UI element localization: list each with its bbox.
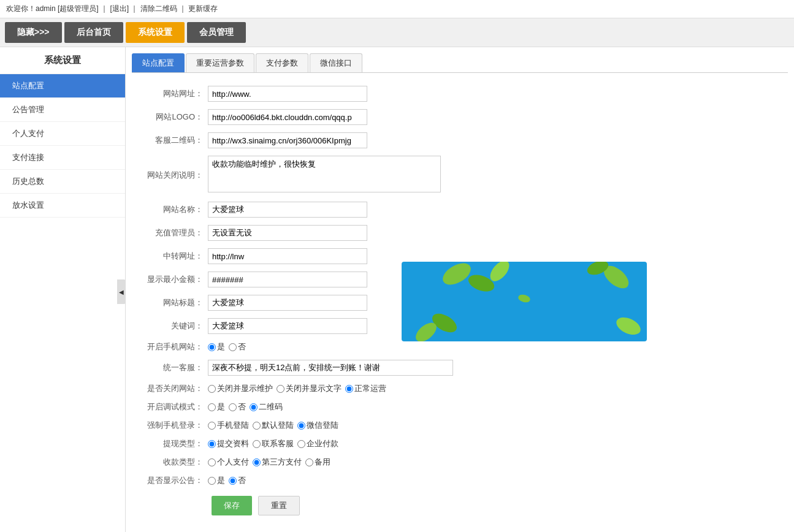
force-default-label[interactable]: 默认登陆 <box>253 420 294 431</box>
sidebar-item-announcement[interactable]: 公告管理 <box>0 98 125 122</box>
tabs: 站点配置 重要运营参数 支付参数 微信接口 <box>132 53 788 73</box>
redirect-url-input[interactable] <box>208 248 367 264</box>
main-content: 站点配置 重要运营参数 支付参数 微信接口 网站网址： 网站LOGO： 客服二维… <box>126 47 794 532</box>
force-login-label: 强制手机登录： <box>132 416 205 435</box>
welcome-text: 欢迎你！admin <box>6 4 56 13</box>
payment-personal-label[interactable]: 个人支付 <box>208 457 249 468</box>
sidebar: 系统设置 站点配置 公告管理 个人支付 支付连接 历史总数 放水设置 ◀ <box>0 47 126 532</box>
min-amount-input[interactable] <box>208 272 367 287</box>
payment-type-radios: 个人支付 第三方支付 备用 <box>208 457 785 468</box>
website-name-input[interactable] <box>208 202 367 218</box>
system-button[interactable]: 系统设置 <box>126 22 185 43</box>
mobile-site-yes-label[interactable]: 是 <box>208 341 225 352</box>
debug-yes-radio[interactable] <box>208 403 216 411</box>
debug-qr-radio[interactable] <box>250 403 258 411</box>
tab-operations-params[interactable]: 重要运营参数 <box>186 53 254 72</box>
force-wechat-radio[interactable] <box>297 422 305 430</box>
close-notice-textarea[interactable]: 收款功能临时维护，很快恢复 <box>208 156 441 192</box>
force-default-radio[interactable] <box>253 422 261 430</box>
payment-type-label: 收款类型： <box>132 453 205 471</box>
website-url-label: 网站网址： <box>132 82 205 105</box>
logout-link[interactable]: [退出] <box>110 4 129 13</box>
member-button[interactable]: 会员管理 <box>187 22 246 43</box>
mobile-site-no-radio[interactable] <box>229 343 237 351</box>
close-maintenance-radio[interactable] <box>208 385 216 393</box>
show-notice-yes-radio[interactable] <box>208 477 216 485</box>
qr-overlay <box>402 262 647 341</box>
leaf-small <box>517 294 531 304</box>
close-site-label: 是否关闭网站： <box>132 379 205 398</box>
leaf-1 <box>439 262 474 289</box>
close-maintenance-label[interactable]: 关闭并显示维护 <box>208 383 273 394</box>
mobile-site-radios: 是 否 <box>208 341 785 352</box>
tab-payment-params[interactable]: 支付参数 <box>256 53 308 72</box>
tab-site-config[interactable]: 站点配置 <box>132 53 185 72</box>
hide-button[interactable]: 隐藏>>> <box>5 22 62 43</box>
layout: 系统设置 站点配置 公告管理 个人支付 支付连接 历史总数 放水设置 ◀ 站点配… <box>0 47 794 532</box>
save-button[interactable]: 保存 <box>212 496 252 515</box>
withdraw-company-radio[interactable] <box>297 440 305 448</box>
website-name-label: 网站名称： <box>132 198 205 221</box>
withdraw-service-radio[interactable] <box>253 440 261 448</box>
payment-backup-label[interactable]: 备用 <box>305 457 330 468</box>
unified-service-input[interactable] <box>208 360 453 376</box>
show-notice-no-label[interactable]: 否 <box>229 475 246 486</box>
qr-decoration-svg <box>402 262 647 341</box>
sidebar-item-payment-link[interactable]: 支付连接 <box>0 146 125 170</box>
sidebar-title: 系统设置 <box>0 47 125 74</box>
debug-no-label[interactable]: 否 <box>229 401 246 412</box>
clear-qr-link[interactable]: 清除二维码 <box>140 4 177 13</box>
debug-qr-label[interactable]: 二维码 <box>250 401 283 412</box>
tab-wechat-interface[interactable]: 微信接口 <box>310 53 362 72</box>
mobile-site-label: 开启手机网站： <box>132 338 205 356</box>
payment-personal-radio[interactable] <box>208 458 216 466</box>
recharge-admin-input[interactable] <box>208 225 367 241</box>
reset-button[interactable]: 重置 <box>258 496 300 515</box>
home-button[interactable]: 后台首页 <box>64 22 123 43</box>
website-url-input[interactable] <box>208 86 367 102</box>
service-qr-input[interactable] <box>208 132 367 148</box>
withdraw-service-label[interactable]: 联系客服 <box>253 438 294 449</box>
normal-operation-label[interactable]: 正常运营 <box>345 383 386 394</box>
show-notice-yes-label[interactable]: 是 <box>208 475 225 486</box>
close-show-text-label[interactable]: 关闭并显示文字 <box>277 383 342 394</box>
website-logo-input[interactable] <box>208 109 367 125</box>
withdraw-submit-radio[interactable] <box>208 440 216 448</box>
mobile-site-no-label[interactable]: 否 <box>229 341 246 352</box>
withdraw-submit-label[interactable]: 提交资料 <box>208 438 249 449</box>
website-title-input[interactable] <box>208 295 367 311</box>
sidebar-item-personal-payment[interactable]: 个人支付 <box>0 122 125 146</box>
debug-yes-label[interactable]: 是 <box>208 401 225 412</box>
leaf-8 <box>614 314 643 338</box>
website-logo-label: 网站LOGO： <box>132 105 205 129</box>
debug-no-radio[interactable] <box>229 403 237 411</box>
close-notice-label: 网站关闭说明： <box>132 152 205 198</box>
withdraw-type-label: 提现类型： <box>132 435 205 453</box>
withdraw-company-label[interactable]: 企业付款 <box>297 438 338 449</box>
sidebar-item-water-settings[interactable]: 放水设置 <box>0 194 125 218</box>
normal-operation-radio[interactable] <box>345 385 353 393</box>
sidebar-collapse-arrow[interactable]: ◀ <box>117 279 126 304</box>
force-wechat-label[interactable]: 微信登陆 <box>297 420 338 431</box>
nav-bar: 隐藏>>> 后台首页 系统设置 会员管理 <box>0 18 794 47</box>
top-bar: 欢迎你！admin [超级管理员] ｜ [退出] ｜ 清除二维码 ｜ 更新缓存 <box>0 0 794 18</box>
payment-third-label[interactable]: 第三方支付 <box>253 457 302 468</box>
keywords-input[interactable] <box>208 318 367 334</box>
sidebar-item-history[interactable]: 历史总数 <box>0 170 125 194</box>
super-admin-badge: [超级管理员] <box>58 4 99 13</box>
force-mobile-radio[interactable] <box>208 422 216 430</box>
close-show-text-radio[interactable] <box>277 385 284 393</box>
website-title-label: 网站标题： <box>132 291 205 314</box>
refresh-cache-link[interactable]: 更新缓存 <box>188 4 218 13</box>
payment-third-radio[interactable] <box>253 458 261 466</box>
redirect-url-label: 中转网址： <box>132 245 205 268</box>
show-notice-no-radio[interactable] <box>229 477 237 485</box>
payment-backup-radio[interactable] <box>305 458 313 466</box>
withdraw-type-radios: 提交资料 联系客服 企业付款 <box>208 438 785 449</box>
force-mobile-label[interactable]: 手机登陆 <box>208 420 249 431</box>
debug-mode-radios: 是 否 二维码 <box>208 401 785 412</box>
service-qr-label: 客服二维码： <box>132 129 205 152</box>
sidebar-item-site-config[interactable]: 站点配置 <box>0 74 125 98</box>
show-notice-label: 是否显示公告： <box>132 471 205 490</box>
mobile-site-yes-radio[interactable] <box>208 343 216 351</box>
